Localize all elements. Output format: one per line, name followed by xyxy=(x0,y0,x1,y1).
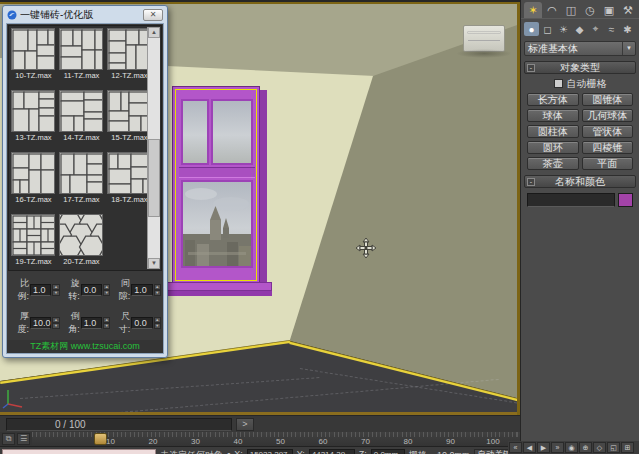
object-button[interactable]: 管状体 xyxy=(582,125,634,138)
category-space-warps-icon[interactable]: ≈ xyxy=(604,22,619,36)
tile-item[interactable]: 10-TZ.max xyxy=(11,28,56,90)
go-start-icon[interactable]: « xyxy=(509,442,522,453)
scroll-down-icon[interactable] xyxy=(148,258,160,269)
primitive-type-dropdown[interactable]: 标准基本体 xyxy=(524,41,636,56)
collapse-icon[interactable] xyxy=(527,178,535,186)
key-mode-icon[interactable]: ◉ xyxy=(565,442,578,453)
spin-down-icon[interactable] xyxy=(52,290,59,296)
object-button[interactable]: 平面 xyxy=(582,157,634,170)
spin-down-icon[interactable] xyxy=(154,323,161,329)
time-ruler[interactable]: 102030405060708090100 xyxy=(32,432,520,446)
window-object[interactable] xyxy=(172,86,260,284)
object-button[interactable]: 圆柱体 xyxy=(527,125,579,138)
collapse-icon[interactable] xyxy=(527,64,535,72)
tile-item[interactable]: 13-TZ.max xyxy=(11,90,56,152)
tab-motion-icon[interactable]: ◷ xyxy=(581,2,599,18)
tile-item[interactable]: 14-TZ.max xyxy=(59,90,104,152)
tile-item[interactable]: 12-TZ.max xyxy=(107,28,152,90)
scrollbar[interactable] xyxy=(147,27,160,269)
tab-modify-icon[interactable]: ◠ xyxy=(543,2,561,18)
prev-frame-icon[interactable]: ◀ xyxy=(523,442,536,453)
tile-thumbnail[interactable] xyxy=(11,90,55,132)
tile-item[interactable]: 16-TZ.max xyxy=(11,152,56,214)
object-button[interactable]: 四棱锥 xyxy=(582,141,634,154)
tab-display-icon[interactable]: ▣ xyxy=(600,2,618,18)
category-systems-icon[interactable]: ✱ xyxy=(620,22,635,36)
maximize-viewport-icon[interactable]: ⊞ xyxy=(621,442,634,453)
category-cameras-icon[interactable]: ◆ xyxy=(572,22,587,36)
rollout-name-color[interactable]: 名称和颜色 xyxy=(524,175,636,188)
spin-down-icon[interactable] xyxy=(52,323,59,329)
object-button[interactable]: 球体 xyxy=(527,109,579,122)
tile-item[interactable]: 20-TZ.max xyxy=(59,214,104,271)
dialog-titlebar[interactable]: 一键铺砖-优化版 xyxy=(6,7,164,23)
tab-create-icon[interactable]: ✶ xyxy=(524,2,542,18)
tile-thumbnail[interactable] xyxy=(107,152,151,194)
spinner-value-field[interactable]: 10.0 xyxy=(30,317,52,329)
zoom-icon[interactable]: ⊕ xyxy=(579,442,592,453)
object-color-swatch[interactable] xyxy=(618,193,633,207)
frame-range-field[interactable]: 0 / 100 xyxy=(6,418,232,431)
spinner-value-field[interactable]: 0.0 xyxy=(131,317,152,329)
tile-thumbnail[interactable] xyxy=(59,214,103,256)
tile-thumbnail[interactable] xyxy=(11,214,55,256)
timeline-filter-icon[interactable]: ☰ xyxy=(17,433,30,445)
x-coordinate-field[interactable]: 15023.297 xyxy=(247,449,293,454)
scroll-up-icon[interactable] xyxy=(148,27,160,38)
website-link[interactable]: TZ素材网 www.tzsucai.com xyxy=(7,340,163,353)
timeline-mode-icon[interactable]: ⧉ xyxy=(2,433,15,445)
rollout-title: 对象类型 xyxy=(560,62,600,73)
object-button[interactable]: 几何球体 xyxy=(582,109,634,122)
spinner-value-field[interactable]: 0.0 xyxy=(81,284,102,296)
pan-icon[interactable]: ◇ xyxy=(593,442,606,453)
time-slider-thumb[interactable] xyxy=(94,433,107,445)
category-helpers-icon[interactable]: ⌖ xyxy=(588,22,603,36)
spinner-value-field[interactable]: 1.0 xyxy=(81,317,102,329)
tile-thumbnail[interactable] xyxy=(107,28,151,70)
go-end-icon[interactable]: » xyxy=(551,442,564,453)
spin-down-icon[interactable] xyxy=(103,323,110,329)
tile-item[interactable]: 17-TZ.max xyxy=(59,152,104,214)
object-button[interactable]: 茶壶 xyxy=(527,157,579,170)
tile-item[interactable]: 19-TZ.max xyxy=(11,214,56,271)
chevron-down-icon[interactable] xyxy=(622,42,635,55)
tile-thumbnail[interactable] xyxy=(59,152,103,194)
close-icon[interactable] xyxy=(143,9,163,21)
tab-hierarchy-icon[interactable]: ◫ xyxy=(562,2,580,18)
lock-selection-icon[interactable]: ▪ xyxy=(227,449,230,454)
rollout-object-type[interactable]: 对象类型 xyxy=(524,61,636,74)
category-lights-icon[interactable]: ☀ xyxy=(556,22,571,36)
spinner-arrows xyxy=(103,284,110,296)
tile-item[interactable]: 15-TZ.max xyxy=(107,90,152,152)
maxscript-mini-listener[interactable] xyxy=(2,449,156,454)
spin-down-icon[interactable] xyxy=(103,290,110,296)
tile-thumbnail[interactable] xyxy=(59,28,103,70)
autogrid-checkbox[interactable] xyxy=(554,79,563,88)
spinner-value-field[interactable]: 1.0 xyxy=(131,284,152,296)
tile-thumbnail[interactable] xyxy=(107,90,151,132)
category-shapes-icon[interactable]: ◻ xyxy=(540,22,555,36)
tile-item[interactable]: 11-TZ.max xyxy=(59,28,104,90)
object-button[interactable]: 圆环 xyxy=(527,141,579,154)
spinner-arrows xyxy=(103,317,110,329)
x-label: X: xyxy=(234,449,243,454)
z-coordinate-field[interactable]: 0.0mm xyxy=(371,449,405,454)
spin-down-icon[interactable] xyxy=(154,290,161,296)
category-geometry-icon[interactable]: ● xyxy=(524,22,539,36)
tab-utilities-icon[interactable]: ⚒ xyxy=(619,2,637,18)
orbit-icon[interactable]: ◱ xyxy=(607,442,620,453)
tile-thumbnail[interactable] xyxy=(59,90,103,132)
ac-unit-object[interactable] xyxy=(463,25,505,52)
object-button[interactable]: 圆锥体 xyxy=(582,93,634,106)
tile-thumbnail[interactable] xyxy=(11,152,55,194)
play-icon[interactable]: ▶ xyxy=(537,442,550,453)
object-button[interactable]: 长方体 xyxy=(527,93,579,106)
object-name-input[interactable] xyxy=(527,193,615,207)
y-coordinate-field[interactable]: 44214.39 xyxy=(309,449,355,454)
tile-plugin-dialog[interactable]: 一键铺砖-优化版 10-TZ.max 11-TZ.max 12-TZ.max 1… xyxy=(2,5,168,358)
tile-item[interactable]: 18-TZ.max xyxy=(107,152,152,214)
spinner-value-field[interactable]: 1.0 xyxy=(30,284,51,296)
scrollbar-thumb[interactable] xyxy=(148,139,160,217)
tile-thumbnail[interactable] xyxy=(11,28,55,70)
open-minicurve-button[interactable] xyxy=(236,418,254,431)
